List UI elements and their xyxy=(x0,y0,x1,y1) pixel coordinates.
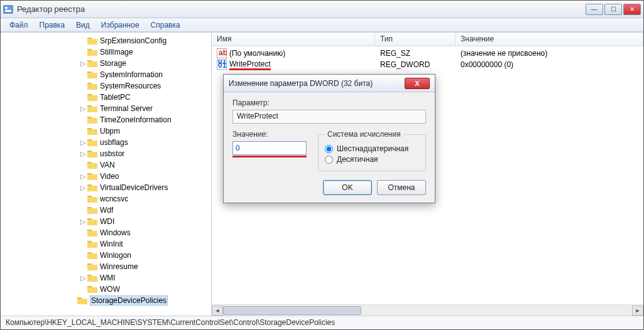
param-label: Параметр: xyxy=(232,98,426,107)
titlebar: Редактор реестра — ☐ ✕ xyxy=(1,1,643,18)
svg-text:010: 010 xyxy=(218,61,227,70)
list-body[interactable]: ab(По умолчанию)REG_SZ(значение не присв… xyxy=(212,46,643,72)
tree-item[interactable]: StillImage xyxy=(1,46,211,58)
svg-rect-0 xyxy=(4,6,13,13)
minimize-button[interactable]: — xyxy=(586,4,603,15)
tree-item[interactable]: WinInit xyxy=(1,238,211,250)
edit-dword-dialog: Изменение параметра DWORD (32 бита) X Па… xyxy=(223,74,435,203)
tree-expander[interactable]: ▷ xyxy=(79,218,87,226)
tree-item[interactable]: ▷WMI xyxy=(1,272,211,284)
tree-item[interactable]: ▷VirtualDeviceDrivers xyxy=(1,182,211,193)
base-legend: Система исчисления xyxy=(325,130,403,139)
scroll-thumb[interactable] xyxy=(223,306,361,315)
col-type[interactable]: Тип xyxy=(375,33,456,46)
tree-item[interactable]: StorageDevicePolicies xyxy=(1,295,211,306)
svg-rect-2 xyxy=(5,10,11,12)
list-row[interactable]: 011010WriteProtectREG_DWORD0x00000000 (0… xyxy=(212,59,643,70)
radio-hex-label: Шестнадцатеричная xyxy=(337,144,408,153)
maximize-button[interactable]: ☐ xyxy=(604,4,622,15)
scroll-right-arrow[interactable]: ► xyxy=(632,306,643,316)
menu-edit[interactable]: Правка xyxy=(35,19,70,31)
tree-item[interactable]: Wdf xyxy=(1,205,211,216)
tree-expander[interactable]: ▷ xyxy=(79,173,87,181)
tree-item[interactable]: wcncsvc xyxy=(1,193,211,205)
base-fieldset: Система исчисления Шестнадцатеричная Дес… xyxy=(318,130,426,171)
dialog-close-button[interactable]: X xyxy=(405,78,430,89)
tree-item[interactable]: SystemResources xyxy=(1,80,211,92)
tree-item[interactable]: ▷Video xyxy=(1,171,211,182)
list-header: Имя Тип Значение xyxy=(212,33,643,46)
close-button[interactable]: ✕ xyxy=(623,4,641,15)
statusbar: Компьютер\HKEY_LOCAL_MACHINE\SYSTEM\Curr… xyxy=(1,316,643,329)
tree-expander[interactable]: ▷ xyxy=(79,60,87,68)
tree-expander[interactable]: ▷ xyxy=(79,184,87,192)
tree-item[interactable]: TabletPC xyxy=(1,92,211,103)
menu-help[interactable]: Справка xyxy=(146,19,185,31)
tree-item[interactable]: Windows xyxy=(1,227,211,238)
value-label: Значение: xyxy=(232,130,307,139)
tree-item[interactable]: VAN xyxy=(1,159,211,171)
list-row[interactable]: ab(По умолчанию)REG_SZ(значение не присв… xyxy=(212,48,643,59)
menubar: Файл Правка Вид Избранное Справка xyxy=(1,18,643,32)
tree-expander[interactable]: ▷ xyxy=(79,274,87,282)
horizontal-scrollbar[interactable]: ◄ ► xyxy=(212,304,643,316)
tree-item[interactable]: WOW xyxy=(1,284,211,295)
tree-item[interactable]: Winlogon xyxy=(1,250,211,261)
cancel-button[interactable]: Отмена xyxy=(377,180,426,195)
tree-item[interactable]: Winresume xyxy=(1,261,211,272)
tree-expander[interactable]: ▷ xyxy=(79,105,87,113)
menu-view[interactable]: Вид xyxy=(71,19,95,31)
tree-item[interactable]: Ubpm xyxy=(1,125,211,137)
tree-item[interactable]: SrpExtensionConfig xyxy=(1,35,211,46)
tree-item[interactable]: TimeZoneInformation xyxy=(1,114,211,125)
tree-expander[interactable]: ▷ xyxy=(79,139,87,147)
radio-hex[interactable] xyxy=(325,145,333,153)
tree-item[interactable]: ▷usbstor xyxy=(1,148,211,159)
tree-item[interactable]: ▷usbflags xyxy=(1,137,211,148)
col-value[interactable]: Значение xyxy=(456,33,643,46)
tree-item[interactable]: SystemInformation xyxy=(1,69,211,80)
value-input[interactable] xyxy=(232,141,307,155)
col-name[interactable]: Имя xyxy=(212,33,375,46)
radio-dec-label: Десятичная xyxy=(337,155,378,164)
tree-item[interactable]: ▷Storage xyxy=(1,58,211,69)
svg-text:ab: ab xyxy=(219,48,227,57)
value-underline-annotation xyxy=(232,156,307,157)
tree-expander[interactable]: ▷ xyxy=(79,150,87,158)
tree-item[interactable]: ▷WDI xyxy=(1,216,211,227)
regedit-icon xyxy=(3,4,13,14)
scroll-left-arrow[interactable]: ◄ xyxy=(212,306,223,316)
dialog-titlebar[interactable]: Изменение параметра DWORD (32 бита) X xyxy=(224,75,435,92)
tree-item[interactable]: ▷Terminal Server xyxy=(1,103,211,114)
menu-favorites[interactable]: Избранное xyxy=(96,19,145,31)
radio-dec[interactable] xyxy=(325,156,333,164)
window-title: Редактор реестра xyxy=(17,4,586,14)
menu-file[interactable]: Файл xyxy=(4,19,33,31)
svg-rect-1 xyxy=(5,7,8,9)
param-field: WriteProtect xyxy=(232,110,426,124)
tree-pane[interactable]: SrpExtensionConfigStillImage▷StorageSyst… xyxy=(1,33,212,316)
dialog-title: Изменение параметра DWORD (32 бита) xyxy=(229,79,405,88)
ok-button[interactable]: OK xyxy=(323,180,372,195)
